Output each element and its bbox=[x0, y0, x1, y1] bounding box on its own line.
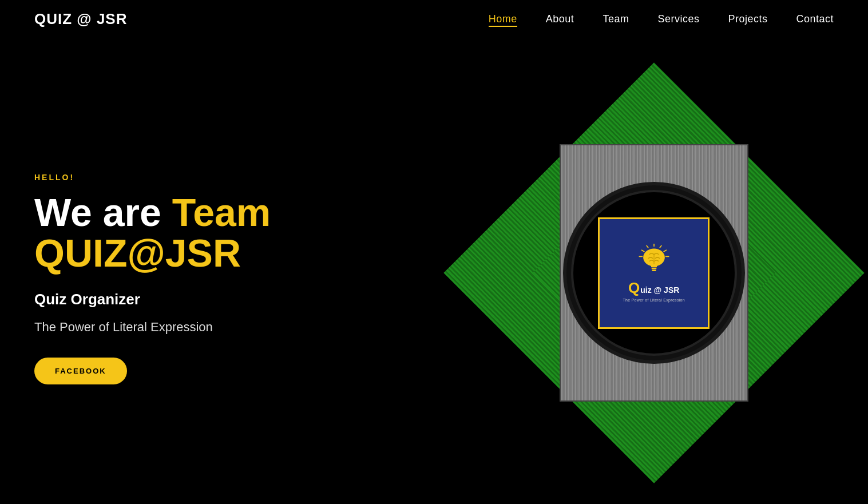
nav-link-contact[interactable]: Contact bbox=[796, 13, 834, 25]
logo-tagline-small: The Power of Literal Expression bbox=[620, 298, 687, 302]
hero-subtitle: Quiz Organizer bbox=[34, 291, 474, 308]
facebook-button[interactable]: FACEBOOK bbox=[34, 358, 127, 384]
hero-section: HELLO! We are Team QUIZ@JSR Quiz Organiz… bbox=[0, 38, 868, 504]
hero-title: We are Team QUIZ@JSR bbox=[34, 192, 474, 274]
nav-link-team[interactable]: Team bbox=[603, 13, 629, 25]
nav-link-projects[interactable]: Projects bbox=[728, 13, 767, 25]
logo-card: Q uiz @ JSR The Power of Literal Express… bbox=[598, 217, 710, 329]
graphic-area: Q uiz @ JSR The Power of Literal Express… bbox=[482, 44, 826, 502]
nav-item-contact[interactable]: Contact bbox=[796, 13, 834, 25]
logo-title-row: Q uiz @ JSR bbox=[628, 279, 679, 297]
nav-link-services[interactable]: Services bbox=[657, 13, 699, 25]
svg-line-2 bbox=[664, 250, 666, 252]
svg-line-3 bbox=[647, 245, 648, 247]
hero-title-white: We are bbox=[34, 191, 172, 234]
hero-graphic-right: Q uiz @ JSR The Power of Literal Express… bbox=[474, 38, 834, 504]
navbar: QUIZ @ JSR Home About Team Services Proj… bbox=[0, 0, 868, 38]
nav-item-team[interactable]: Team bbox=[603, 13, 629, 25]
hero-content-left: HELLO! We are Team QUIZ@JSR Quiz Organiz… bbox=[34, 161, 474, 385]
nav-item-home[interactable]: Home bbox=[489, 13, 517, 25]
hero-tagline: The Power of Literal Expression bbox=[34, 320, 474, 335]
hello-label: HELLO! bbox=[34, 173, 474, 182]
hero-title-gold-1: Team bbox=[172, 191, 271, 234]
svg-line-4 bbox=[641, 250, 644, 252]
brain-bulb-icon bbox=[634, 244, 674, 278]
svg-line-1 bbox=[660, 245, 661, 247]
brand-logo[interactable]: QUIZ @ JSR bbox=[34, 10, 127, 28]
nav-link-home[interactable]: Home bbox=[489, 13, 517, 27]
nav-item-services[interactable]: Services bbox=[657, 13, 699, 25]
nav-item-projects[interactable]: Projects bbox=[728, 13, 767, 25]
nav-links: Home About Team Services Projects Contac… bbox=[489, 13, 834, 25]
nav-item-about[interactable]: About bbox=[546, 13, 574, 25]
hero-title-gold-2: QUIZ@JSR bbox=[34, 231, 241, 275]
logo-q-letter: Q bbox=[628, 279, 640, 297]
svg-rect-8 bbox=[651, 265, 657, 267]
nav-link-about[interactable]: About bbox=[546, 13, 574, 25]
svg-rect-10 bbox=[652, 269, 656, 271]
svg-rect-9 bbox=[651, 268, 656, 269]
logo-text: uiz @ JSR bbox=[640, 285, 679, 295]
